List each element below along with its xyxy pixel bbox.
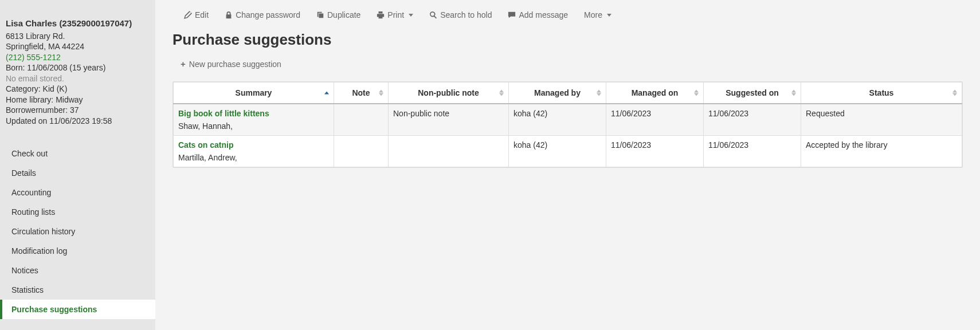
caret-down-icon: [607, 14, 611, 17]
sort-icon: [499, 90, 504, 96]
col-header-status-label: Status: [869, 88, 894, 97]
col-header-non-public-note-label: Non-public note: [418, 88, 479, 97]
sidebar-item-routing-lists[interactable]: Routing lists: [0, 202, 155, 222]
col-header-suggested-on[interactable]: Suggested on: [704, 82, 801, 104]
sidebar: Lisa Charles (23529000197047) 6813 Libra…: [0, 0, 155, 330]
col-header-summary-label: Summary: [236, 88, 272, 97]
col-header-status[interactable]: Status: [801, 82, 962, 104]
more-button[interactable]: More: [584, 10, 611, 19]
print-button[interactable]: Print: [377, 10, 413, 19]
col-header-suggested-on-label: Suggested on: [726, 88, 779, 97]
patron-phone[interactable]: (212) 555-1212: [6, 53, 150, 63]
duplicate-label: Duplicate: [327, 10, 360, 19]
plus-icon: +: [181, 59, 186, 69]
sidebar-item-circulation-history[interactable]: Circulation history: [0, 222, 155, 241]
pencil-icon: [184, 11, 192, 19]
cell-suggested-on: 11/06/2023: [704, 136, 801, 167]
col-header-managed-on[interactable]: Managed on: [606, 82, 704, 104]
add-message-button[interactable]: Add message: [508, 10, 568, 19]
col-header-managed-by[interactable]: Managed by: [509, 82, 606, 104]
suggestion-title-link[interactable]: Big book of little kittens: [178, 109, 329, 118]
search-icon: [429, 11, 437, 19]
suggestions-table: Summary Note Non-public note: [173, 82, 962, 167]
patron-home-library: Home library: Midway: [6, 95, 150, 105]
sort-icon: [694, 90, 699, 96]
comment-icon: [508, 11, 516, 19]
sidebar-item-purchase-suggestions[interactable]: Purchase suggestions: [0, 300, 155, 319]
cell-managed-by: koha (42): [509, 136, 606, 167]
cell-summary: Big book of little kittensShaw, Hannah,: [174, 104, 334, 136]
patron-updated: Updated on 11/06/2023 19:58: [6, 116, 150, 127]
cell-status: Requested: [801, 104, 962, 136]
edit-button[interactable]: Edit: [184, 10, 209, 19]
sidebar-item-modification-log[interactable]: Modification log: [0, 241, 155, 261]
col-header-note[interactable]: Note: [334, 82, 389, 104]
patron-borrowernumber: Borrowernumber: 37: [6, 105, 150, 116]
sidebar-item-statistics[interactable]: Statistics: [0, 280, 155, 300]
patron-summary: Lisa Charles (23529000197047) 6813 Libra…: [0, 18, 155, 135]
suggestions-table-wrap: Summary Note Non-public note: [173, 81, 963, 168]
sort-icon: [952, 90, 957, 96]
cell-managed-on: 11/06/2023: [606, 104, 704, 136]
sidebar-item-notices[interactable]: Notices: [0, 261, 155, 280]
col-header-managed-by-label: Managed by: [534, 88, 581, 97]
col-header-non-public-note[interactable]: Non-public note: [389, 82, 509, 104]
sort-icon: [597, 90, 601, 96]
duplicate-icon: [316, 11, 324, 19]
col-header-managed-on-label: Managed on: [632, 88, 679, 97]
col-header-note-label: Note: [352, 88, 370, 97]
sort-asc-icon: [324, 92, 329, 95]
suggestion-author: Shaw, Hannah,: [178, 121, 329, 131]
cell-managed-on: 11/06/2023: [606, 136, 704, 167]
sidebar-item-accounting[interactable]: Accounting: [0, 183, 155, 202]
change-password-button[interactable]: Change password: [225, 10, 300, 19]
table-row: Cats on catnipMartilla, Andrew,koha (42)…: [174, 136, 962, 167]
new-purchase-suggestion-button[interactable]: + New purchase suggestion: [181, 59, 281, 69]
patron-email-note: No email stored.: [6, 74, 150, 84]
change-password-label: Change password: [236, 10, 300, 19]
table-header-row: Summary Note Non-public note: [174, 82, 962, 104]
cell-suggested-on: 11/06/2023: [704, 104, 801, 136]
patron-name: Lisa Charles (23529000197047): [6, 18, 150, 29]
cell-non-public-note: [389, 136, 509, 167]
suggestion-title-link[interactable]: Cats on catnip: [178, 140, 329, 150]
page-title: Purchase suggestions: [173, 31, 963, 49]
patron-category: Category: Kid (K): [6, 84, 150, 95]
more-label: More: [584, 10, 602, 19]
main-content: Edit Change password Duplicate Print Sea…: [155, 0, 980, 330]
cell-note: [334, 136, 389, 167]
search-to-hold-button[interactable]: Search to hold: [429, 10, 492, 19]
sidebar-item-details[interactable]: Details: [0, 163, 155, 183]
cell-non-public-note: Non-public note: [389, 104, 509, 136]
sidebar-item-check-out[interactable]: Check out: [0, 144, 155, 163]
print-label: Print: [387, 10, 404, 19]
sort-icon: [379, 90, 383, 96]
cell-note: [334, 104, 389, 136]
sidebar-nav: Check outDetailsAccountingRouting listsC…: [0, 144, 155, 319]
new-purchase-suggestion-label: New purchase suggestion: [189, 60, 281, 69]
sort-icon: [791, 90, 796, 96]
lock-icon: [225, 11, 233, 19]
cell-status: Accepted by the library: [801, 136, 962, 167]
col-header-summary[interactable]: Summary: [174, 82, 334, 104]
print-icon: [377, 11, 385, 19]
duplicate-button[interactable]: Duplicate: [316, 10, 360, 19]
search-to-hold-label: Search to hold: [440, 10, 492, 19]
patron-address-2: Springfield, MA 44224: [6, 42, 150, 52]
suggestion-author: Martilla, Andrew,: [178, 153, 329, 162]
patron-address-1: 6813 Library Rd.: [6, 32, 150, 42]
edit-label: Edit: [195, 10, 209, 19]
patron-born: Born: 11/06/2008 (15 years): [6, 63, 150, 73]
cell-summary: Cats on catnipMartilla, Andrew,: [174, 136, 334, 167]
add-message-label: Add message: [519, 10, 568, 19]
cell-managed-by: koha (42): [509, 104, 606, 136]
toolbar: Edit Change password Duplicate Print Sea…: [155, 0, 980, 28]
caret-down-icon: [409, 14, 413, 17]
table-row: Big book of little kittensShaw, Hannah,N…: [174, 104, 962, 136]
